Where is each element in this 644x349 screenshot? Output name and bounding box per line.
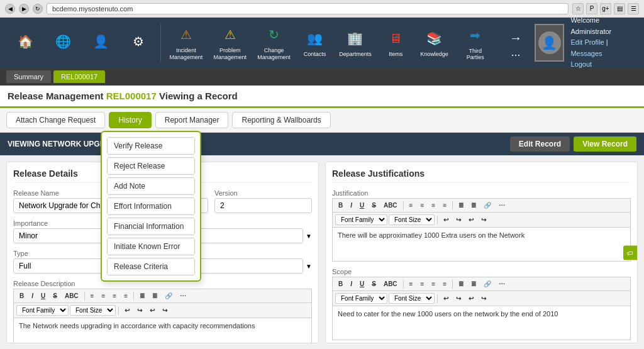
j-list-ul-btn[interactable]: ≣ [455, 201, 467, 210]
align-center-btn[interactable]: ≡ [98, 291, 108, 301]
link-btn[interactable]: 🔗 [162, 291, 175, 301]
j-abc-btn[interactable]: ABC [380, 201, 401, 210]
s-strikethrough-btn[interactable]: S [369, 279, 379, 289]
reject-release-item[interactable]: Reject Release [107, 157, 195, 175]
s-font-family-select[interactable]: Font Family [335, 293, 387, 304]
align-justify-btn[interactable]: ≡ [121, 291, 131, 301]
j-rte-extra-1[interactable]: ↩ [465, 215, 477, 224]
list-ul-btn[interactable]: ≣ [136, 291, 148, 301]
j-italic-btn[interactable]: I [347, 201, 355, 210]
financial-info-item[interactable]: Financial Information [107, 218, 195, 235]
forward-button[interactable]: ▶ [19, 4, 29, 14]
ext2-button[interactable]: g+ [600, 3, 611, 14]
add-note-item[interactable]: Add Note [107, 177, 195, 195]
justification-content[interactable]: There will be approximatley 1000 Extra u… [332, 227, 631, 262]
j-font-size-select[interactable]: Font Size [389, 214, 435, 225]
s-rte-extra-1[interactable]: ↩ [465, 294, 477, 303]
s-link-btn[interactable]: 🔗 [480, 279, 494, 289]
rte-extra-2[interactable]: ↪ [159, 306, 170, 315]
more-nav[interactable]: → • • • [497, 25, 535, 62]
j-undo-btn[interactable]: ↩ [440, 215, 452, 224]
italic-btn[interactable]: I [28, 291, 36, 301]
s-abc-btn[interactable]: ABC [380, 279, 401, 289]
j-underline-btn[interactable]: U [357, 201, 367, 210]
type-dropdown-icon[interactable]: ▼ [306, 263, 312, 270]
ext1-button[interactable]: P [586, 3, 597, 14]
change-nav[interactable]: ↻ ChangeManagement [252, 21, 296, 65]
s-rte-extra-2[interactable]: ↪ [478, 294, 489, 303]
list-ol-btn[interactable]: ≣ [149, 291, 160, 301]
j-link-btn[interactable]: 🔗 [480, 201, 494, 210]
scope-content[interactable]: Need to cater for the new 1000 users on … [332, 306, 631, 340]
global-nav[interactable]: 🌐 [44, 28, 82, 58]
edit-profile-link[interactable]: Edit Profile [570, 38, 604, 46]
s-align-left-btn[interactable]: ≡ [406, 279, 416, 289]
incident-nav[interactable]: ⚠ IncidentManagement [164, 21, 208, 65]
s-redo-btn[interactable]: ↪ [453, 294, 464, 303]
j-align-center-btn[interactable]: ≡ [417, 201, 427, 210]
description-content[interactable]: The Network needs upgrading in accordanc… [13, 318, 312, 343]
s-align-center-btn[interactable]: ≡ [417, 279, 427, 289]
items-nav[interactable]: 🖥 Items [377, 25, 414, 61]
record-id-tab[interactable]: REL000017 [53, 70, 105, 83]
home-nav[interactable]: 🏠 [6, 28, 44, 58]
s-font-size-select[interactable]: Font Size [389, 293, 435, 304]
logout-link[interactable]: Logout [570, 60, 592, 68]
s-align-justify-btn[interactable]: ≡ [440, 279, 450, 289]
redo-btn[interactable]: ↪ [134, 306, 145, 315]
j-align-right-btn[interactable]: ≡ [428, 201, 438, 210]
j-bold-btn[interactable]: B [335, 201, 346, 210]
s-align-right-btn[interactable]: ≡ [428, 279, 438, 289]
font-size-select[interactable]: Font Size [70, 305, 116, 316]
view-record-button[interactable]: View Record [574, 136, 636, 152]
messages-link[interactable]: Messages [570, 50, 602, 57]
abc-btn[interactable]: ABC [62, 291, 82, 301]
rte-extra-1[interactable]: ↩ [147, 306, 158, 315]
reporting-tab[interactable]: Reporting & Wallboards [232, 112, 330, 128]
j-redo-btn[interactable]: ↪ [453, 215, 464, 224]
j-align-justify-btn[interactable]: ≡ [440, 201, 450, 210]
history-tab[interactable]: History [109, 112, 151, 128]
problem-nav[interactable]: ⚠ ProblemManagement [208, 21, 252, 65]
s-rte-more-btn[interactable]: ⋯ [496, 279, 508, 289]
j-rte-extra-2[interactable]: ↪ [478, 215, 489, 224]
undo-btn[interactable]: ↩ [121, 306, 133, 315]
align-left-btn[interactable]: ≡ [87, 291, 97, 301]
align-right-btn[interactable]: ≡ [109, 291, 119, 301]
importance-dropdown-icon[interactable]: ▼ [306, 233, 312, 240]
font-family-select[interactable]: Font Family [16, 305, 69, 316]
j-font-family-select[interactable]: Font Family [335, 214, 387, 225]
initiate-known-error-item[interactable]: Initiate Known Error [107, 238, 195, 255]
underline-btn[interactable]: U [38, 291, 48, 301]
ext3-button[interactable]: ▤ [614, 3, 625, 14]
j-rte-more-btn[interactable]: ⋯ [496, 201, 508, 210]
s-list-ul-btn[interactable]: ≣ [455, 279, 467, 289]
refresh-button[interactable]: ↻ [33, 4, 43, 14]
edit-record-button[interactable]: Edit Record [510, 136, 570, 152]
departments-nav[interactable]: 🏢 Departments [333, 25, 377, 61]
s-list-ol-btn[interactable]: ≣ [468, 279, 479, 289]
menu-button[interactable]: ☰ [628, 3, 639, 14]
third-parties-nav[interactable]: ➡ Third Parties [454, 21, 497, 64]
strikethrough-btn[interactable]: S [50, 291, 60, 301]
attach-change-tab[interactable]: Attach Change Request [6, 112, 105, 128]
rte-more-btn[interactable]: ⋯ [177, 291, 189, 301]
j-strikethrough-btn[interactable]: S [369, 201, 379, 210]
settings-nav[interactable]: ⚙ [119, 28, 157, 58]
user-nav[interactable]: 👤 [82, 28, 119, 58]
url-bar[interactable]: bcdemo.mysostenuto.com [47, 3, 569, 14]
knowledge-nav[interactable]: 📚 Knowledge [414, 25, 453, 61]
s-undo-btn[interactable]: ↩ [440, 294, 452, 303]
effort-info-item[interactable]: Effort Information [107, 197, 195, 215]
j-align-left-btn[interactable]: ≡ [406, 201, 416, 210]
j-list-ol-btn[interactable]: ≣ [468, 201, 479, 210]
bold-btn[interactable]: B [16, 291, 27, 301]
report-manager-tab[interactable]: Report Manager [155, 112, 229, 128]
release-criteria-item[interactable]: Release Criteria [107, 258, 195, 275]
s-bold-btn[interactable]: B [335, 279, 346, 289]
contacts-nav[interactable]: 👥 Contacts [296, 25, 333, 61]
s-underline-btn[interactable]: U [357, 279, 367, 289]
star-button[interactable]: ☆ [572, 3, 584, 14]
verify-release-item[interactable]: Verify Release [107, 137, 195, 155]
summary-tab[interactable]: Summary [6, 70, 51, 83]
